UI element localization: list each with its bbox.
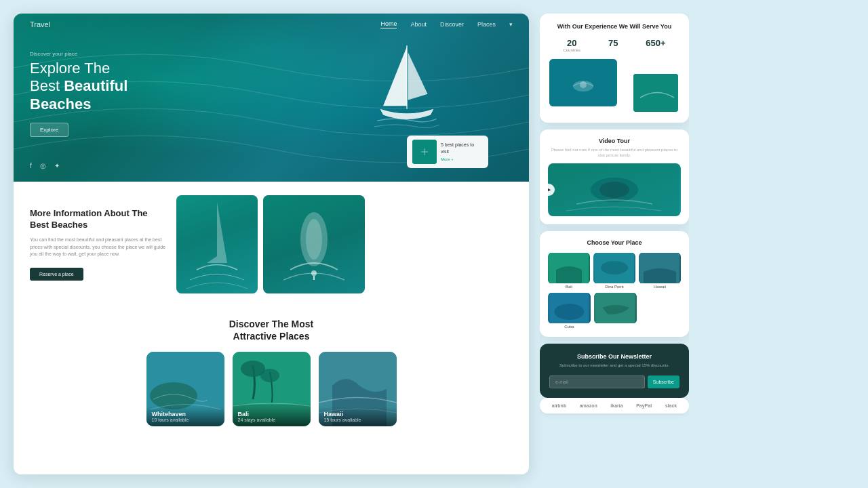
choose-img-5: [594, 293, 637, 323]
nav-places[interactable]: Places: [477, 21, 496, 28]
middle-text-block: More Information About The Best Beaches …: [30, 208, 165, 280]
mid-img-inner-2: [263, 195, 365, 293]
video-description: Please find out now if one of the most b…: [548, 147, 681, 159]
video-thumbnail[interactable]: ▶: [548, 163, 681, 216]
hero-content: Discover your place Explore The Best Bea…: [30, 51, 127, 137]
brand-amazon: amazon: [580, 403, 597, 408]
svg-point-12: [260, 369, 279, 382]
choose-label-bali: Bali: [548, 285, 590, 289]
experience-stats: 20 Countries 75 650+: [549, 38, 679, 52]
exp-overlay-image: [632, 73, 679, 113]
hero-title-line3: Beaches: [30, 96, 92, 113]
svg-point-9: [150, 382, 197, 409]
hero-title-bold: Beautiful: [64, 77, 127, 94]
hero-places-card[interactable]: 5 best places to visit More +: [407, 136, 488, 168]
stat-num-2: 75: [608, 38, 618, 48]
video-card: Video Tour Please find out now if one of…: [540, 129, 689, 225]
main-panel: Travel Home About Discover Places ▾ Disc…: [14, 14, 529, 474]
svg-point-17: [580, 81, 587, 88]
hero-discover-label: Discover your place: [30, 51, 127, 57]
choose-item-5[interactable]: [594, 293, 637, 329]
subscribe-card: Subscribe Our Newsletter Subscribe to ou…: [540, 344, 689, 397]
discover-section: Discover The Most Attractive Places: [14, 307, 529, 474]
nav-discover[interactable]: Discover: [440, 21, 464, 28]
choose-img-divapoint: [593, 253, 635, 283]
hero-explore-button[interactable]: Explore: [30, 123, 68, 137]
hero-title: Explore The Best Beautiful Beaches: [30, 60, 127, 113]
choose-item-bali[interactable]: Bali: [548, 253, 590, 289]
choose-img-bali: [548, 253, 590, 283]
stat-label-countries: Countries: [563, 48, 580, 52]
hero-social-icons: f ◎ ✦: [30, 162, 60, 169]
subscribe-form: Subscribe: [549, 375, 679, 388]
discover-title-line2: Attractive Places: [233, 331, 310, 342]
choose-card: Choose Your Place Bali: [540, 231, 689, 337]
nav-links-container: Home About Discover Places ▾: [380, 20, 513, 28]
nav-home[interactable]: Home: [380, 20, 397, 28]
svg-point-7: [311, 270, 317, 276]
brand-airbnb: airbnb: [552, 403, 566, 408]
experience-images: [549, 59, 679, 113]
discover-title-line1: Discover The Most: [229, 319, 313, 329]
choose-item-divapoint[interactable]: Diva Point: [593, 253, 635, 289]
place-card-hawaii[interactable]: Hawaii 15 tours available: [319, 352, 397, 426]
stat-2: 75: [608, 38, 618, 52]
discover-title: Discover The Most Attractive Places: [30, 318, 513, 342]
nav-about[interactable]: About: [410, 21, 427, 28]
hero-title-line2-normal: Best: [30, 77, 64, 94]
choose-grid-row1: Bali Diva Point: [548, 253, 681, 289]
svg-rect-18: [633, 74, 679, 113]
subscribe-title: Subscribe Our Newsletter: [549, 353, 679, 360]
nav-more[interactable]: ▾: [509, 21, 513, 28]
brands-row: airbnb amazon ikaria PayPal slack: [540, 398, 689, 413]
choose-item-cuba[interactable]: Cuba: [548, 293, 591, 329]
sailboat-image: [366, 41, 448, 136]
place-tours-whitehaven: 10 tours available: [152, 418, 219, 422]
place-card-info-whitehaven: Whitehaven 10 tours available: [146, 407, 224, 426]
page-wrapper: Travel Home About Discover Places ▾ Disc…: [14, 14, 854, 474]
right-panel: With Our Experience We Will Serve You 20…: [540, 14, 689, 474]
subscribe-button[interactable]: Subscribe: [648, 375, 679, 388]
choose-title: Choose Your Place: [548, 239, 681, 246]
place-card-bg-bali: Bali 24 stays available: [233, 352, 311, 426]
facebook-icon[interactable]: f: [30, 162, 32, 169]
place-card-info-bali: Bali 24 stays available: [233, 407, 311, 426]
svg-point-27: [554, 304, 584, 320]
svg-point-21: [599, 182, 629, 198]
place-name-hawaii: Hawaii: [324, 411, 391, 418]
choose-item-hawaii-choose[interactable]: Hawaii: [639, 253, 681, 289]
place-card-bg-hawaii: Hawaii 15 tours available: [319, 352, 397, 426]
nav-logo: Travel: [30, 20, 50, 28]
place-card-bg-whitehaven: Whitehaven 10 tours available: [146, 352, 224, 426]
hero-section: Travel Home About Discover Places ▾ Disc…: [14, 14, 529, 182]
svg-point-6: [306, 219, 322, 260]
place-card-whitehaven[interactable]: Whitehaven 10 tours available: [146, 352, 224, 426]
card-title: 5 best places to visit: [441, 142, 474, 154]
place-name-whitehaven: Whitehaven: [152, 411, 219, 418]
choose-grid-row2: Cuba: [548, 293, 637, 329]
reserve-button[interactable]: Reserve a place: [30, 268, 83, 281]
stat-num-countries: 20: [563, 38, 580, 48]
subscribe-description: Subscribe to our newsletter and get a sp…: [549, 363, 679, 368]
choose-label-cuba: Cuba: [548, 325, 591, 329]
experience-title: With Our Experience We Will Serve You: [549, 23, 679, 31]
place-tours-bali: 24 stays available: [238, 418, 305, 422]
brand-ikaria: ikaria: [610, 403, 623, 408]
subscribe-email-input[interactable]: [549, 375, 645, 388]
place-tours-hawaii: 15 tours available: [324, 418, 391, 422]
twitter-icon[interactable]: ✦: [54, 162, 60, 169]
places-grid: Whitehaven 10 tours available: [30, 352, 513, 426]
mid-img-inner-1: [176, 195, 258, 293]
middle-description: You can find the most beautiful and plea…: [30, 237, 165, 258]
middle-images-container: [176, 195, 513, 293]
place-card-bali[interactable]: Bali 24 stays available: [233, 352, 311, 426]
svg-point-24: [601, 261, 628, 274]
choose-img-hawaii: [639, 253, 681, 283]
navigation: Travel Home About Discover Places ▾: [14, 14, 529, 35]
brand-paypal: PayPal: [636, 403, 652, 408]
card-text: 5 best places to visit More +: [441, 142, 483, 162]
middle-title: More Information About The Best Beaches: [30, 208, 165, 231]
place-card-info-hawaii: Hawaii 15 tours available: [319, 407, 397, 426]
card-more[interactable]: More +: [441, 157, 483, 162]
instagram-icon[interactable]: ◎: [40, 162, 46, 169]
